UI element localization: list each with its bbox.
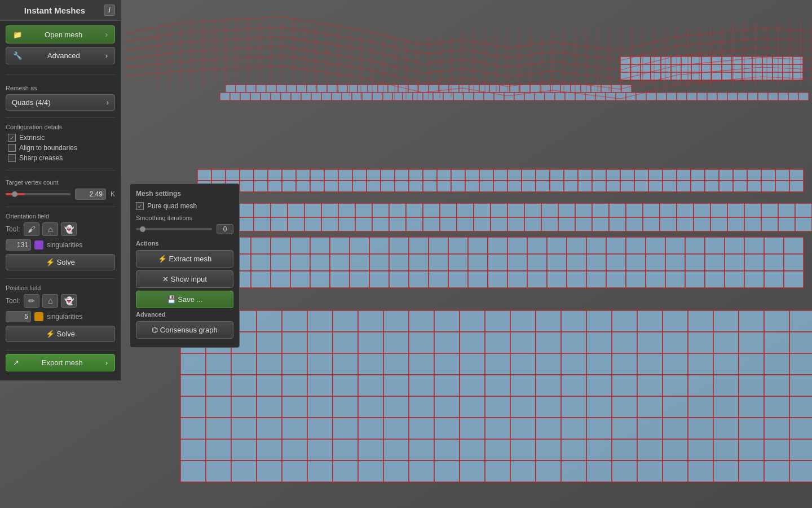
svg-rect-110 — [338, 169, 352, 181]
svg-rect-231 — [389, 254, 409, 271]
svg-rect-247 — [705, 254, 725, 271]
svg-rect-115 — [409, 169, 423, 181]
svg-rect-238 — [527, 254, 547, 271]
svg-rect-450 — [561, 439, 586, 461]
svg-rect-605 — [609, 217, 626, 231]
remesh-as-label: Remesh as — [6, 85, 115, 91]
svg-rect-449 — [536, 439, 561, 461]
orientation-tool-brush[interactable]: 🖌 — [24, 222, 39, 236]
creases-checkbox[interactable] — [8, 154, 16, 162]
svg-rect-80 — [606, 93, 616, 100]
svg-rect-422 — [485, 418, 510, 439]
svg-rect-484 — [789, 461, 812, 482]
orientation-sing-input[interactable] — [6, 239, 31, 251]
svg-rect-174 — [634, 181, 648, 192]
svg-rect-593 — [406, 217, 423, 231]
svg-rect-307 — [739, 310, 764, 332]
open-mesh-label: Open mesh — [45, 30, 82, 39]
svg-rect-569 — [660, 203, 677, 217]
svg-rect-586 — [288, 217, 304, 231]
svg-rect-275 — [606, 271, 626, 288]
svg-rect-240 — [567, 254, 586, 271]
position-sing-badge — [34, 312, 43, 321]
svg-rect-410 — [180, 418, 206, 439]
divider-1 — [6, 75, 115, 75]
position-field-label: Position field — [6, 284, 115, 291]
svg-rect-239 — [547, 254, 567, 271]
position-tool-pencil[interactable]: ✏ — [24, 294, 39, 308]
svg-rect-61 — [413, 93, 423, 100]
svg-rect-98 — [788, 93, 798, 100]
svg-rect-146 — [240, 181, 254, 192]
svg-rect-346 — [460, 353, 485, 375]
svg-rect-322 — [485, 332, 510, 353]
svg-rect-589 — [338, 217, 355, 231]
target-vertex-input[interactable] — [75, 189, 106, 200]
advanced-button[interactable]: 🔧 Advanced › — [6, 47, 115, 64]
svg-rect-381 — [713, 375, 739, 396]
export-mesh-button[interactable]: ↗ Export mesh › — [6, 354, 115, 371]
position-tool-house[interactable]: ⌂ — [42, 294, 58, 308]
svg-rect-99 — [798, 93, 809, 100]
quads-button[interactable]: Quads (4/4) › — [6, 94, 115, 111]
position-solve-label: ⚡ Solve — [46, 330, 75, 338]
svg-rect-193 — [290, 237, 310, 254]
orientation-tool-house[interactable]: ⌂ — [42, 222, 58, 236]
svg-rect-550 — [338, 203, 355, 217]
svg-rect-315 — [307, 332, 333, 353]
svg-rect-214 — [705, 237, 725, 254]
svg-rect-457 — [739, 439, 764, 461]
viewport[interactable] — [0, 0, 812, 508]
extract-mesh-label: ⚡ Extract mesh — [158, 255, 211, 263]
svg-rect-590 — [355, 217, 372, 231]
svg-rect-609 — [677, 217, 694, 231]
svg-rect-429 — [663, 418, 688, 439]
orientation-solve-button[interactable]: ⚡ Solve — [6, 254, 115, 270]
svg-rect-149 — [282, 181, 296, 192]
target-slider-thumb[interactable] — [12, 191, 17, 197]
svg-rect-81 — [616, 93, 626, 100]
info-button[interactable]: i — [104, 5, 115, 16]
svg-rect-480 — [688, 461, 713, 482]
svg-rect-263 — [369, 271, 389, 288]
svg-rect-371 — [460, 375, 485, 396]
consensus-graph-button[interactable]: ⌬ Consensus graph — [136, 321, 233, 339]
export-mesh-chevron: › — [105, 358, 108, 367]
svg-rect-184 — [775, 181, 789, 192]
smoothing-slider-track[interactable] — [136, 228, 212, 230]
svg-rect-357 — [739, 353, 764, 375]
show-input-button[interactable]: ✕ Show input — [136, 270, 233, 288]
extrinsic-label: Extrinsic — [19, 134, 45, 142]
divider-5 — [6, 278, 115, 279]
position-solve-button[interactable]: ⚡ Solve — [6, 326, 115, 342]
pure-quad-mesh-checkbox[interactable]: ✓ — [136, 202, 144, 210]
svg-rect-295 — [434, 310, 460, 332]
show-input-label: ✕ Show input — [162, 275, 207, 283]
orientation-tool-ghost[interactable]: 👻 — [61, 222, 77, 236]
svg-rect-243 — [626, 254, 646, 271]
extract-mesh-button[interactable]: ⚡ Extract mesh — [136, 250, 233, 268]
smoothing-slider-thumb[interactable] — [140, 226, 145, 232]
svg-rect-546 — [271, 203, 288, 217]
svg-rect-154 — [352, 181, 367, 192]
svg-rect-103 — [240, 169, 254, 181]
svg-rect-283 — [764, 271, 784, 288]
svg-rect-168 — [550, 181, 564, 192]
svg-rect-370 — [434, 375, 460, 396]
svg-rect-169 — [564, 181, 578, 192]
boundaries-checkbox[interactable] — [8, 144, 16, 152]
svg-rect-161 — [451, 181, 465, 192]
position-sing-input[interactable] — [6, 311, 31, 322]
open-mesh-chevron: › — [105, 30, 108, 39]
extrinsic-checkbox[interactable]: ✓ — [8, 134, 16, 142]
svg-rect-406 — [713, 396, 739, 418]
svg-rect-264 — [389, 271, 409, 288]
target-slider-track[interactable] — [6, 193, 70, 195]
save-button[interactable]: 💾 Save ... — [136, 291, 233, 308]
svg-rect-509 — [681, 64, 691, 72]
svg-rect-613 — [744, 217, 761, 231]
position-tool-ghost[interactable]: 👻 — [61, 294, 77, 308]
open-mesh-button[interactable]: 📁 Open mesh › — [6, 25, 115, 43]
svg-rect-126 — [564, 169, 578, 181]
svg-rect-442 — [358, 439, 383, 461]
